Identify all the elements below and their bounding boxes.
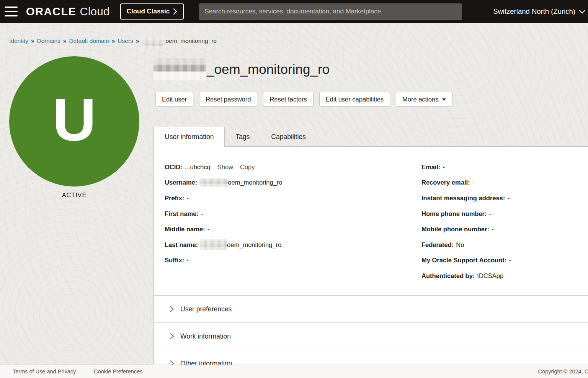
field-last-name: Last name: oem_monitoring_ro	[165, 237, 421, 253]
field-middle-name: Middle name: -	[165, 221, 421, 237]
fields-left-column: OCID: ...uhchcq Show Copy Username: oem_…	[165, 159, 421, 295]
field-instant-messaging: Instant messaging address: -	[421, 190, 588, 206]
field-prefix: Prefix: -	[165, 190, 421, 206]
top-navigation-bar: ORACLE Cloud Cloud Classic Switzerland N…	[0, 0, 588, 23]
reset-password-button[interactable]: Reset password	[199, 92, 257, 106]
field-authenticated-by: Authenticated by: IDCSApp	[421, 268, 588, 284]
breadcrumb-current-user: oem_monitoring_ro	[142, 38, 217, 44]
region-selector[interactable]: Switzerland North (Zurich)	[493, 7, 586, 16]
field-ocid: OCID: ...uhchcq Show Copy	[165, 159, 421, 175]
page-title: _oem_monitoring_ro	[154, 58, 330, 80]
user-information-panel: OCID: ...uhchcq Show Copy Username: oem_…	[154, 146, 588, 365]
section-other-information[interactable]: Other information	[154, 350, 588, 365]
brand-oracle: ORACLE	[26, 5, 76, 18]
copyright-text: Copyright © 2024, O	[538, 368, 588, 375]
chevron-right-icon	[169, 332, 175, 340]
cloud-classic-label: Cloud Classic	[127, 8, 170, 15]
region-label: Switzerland North (Zurich)	[493, 7, 575, 16]
action-buttons: Edit user Reset password Reset factors E…	[155, 92, 452, 106]
breadcrumb-domains[interactable]: Domains	[37, 38, 60, 44]
main-content: _oem_monitoring_ro Edit user Reset passw…	[154, 23, 588, 365]
page-footer: Terms of Use and Privacy Cookie Preferen…	[0, 365, 588, 378]
chevron-right-icon	[169, 360, 175, 365]
breadcrumb-default-domain[interactable]: Default domain	[69, 38, 109, 44]
field-suffix: Suffix: -	[165, 253, 421, 268]
tab-capabilities[interactable]: Capabilities	[260, 127, 316, 147]
field-home-phone: Home phone number: -	[421, 206, 588, 222]
breadcrumb-separator: »	[112, 38, 115, 44]
field-recovery-email: Recovery email: -	[421, 175, 588, 191]
more-actions-label: More actions	[402, 96, 438, 103]
status-badge: ACTIVE	[9, 191, 139, 199]
tab-tags[interactable]: Tags	[225, 127, 260, 147]
cloud-classic-button[interactable]: Cloud Classic	[120, 3, 184, 20]
breadcrumb-separator: »	[63, 38, 67, 44]
ocid-copy-link[interactable]: Copy	[240, 164, 255, 171]
field-email: Email: -	[421, 159, 588, 175]
fields-right-column: Email: - Recovery email: - Instant messa…	[421, 159, 588, 295]
chevron-right-icon	[173, 8, 177, 15]
menu-icon[interactable]	[5, 7, 18, 16]
search-input[interactable]	[199, 3, 462, 20]
avatar-initial: U	[52, 89, 96, 149]
reset-factors-button[interactable]: Reset factors	[263, 92, 313, 106]
field-mobile-phone: Mobile phone number: -	[421, 221, 588, 237]
breadcrumb-users[interactable]: Users	[118, 38, 133, 44]
edit-user-button[interactable]: Edit user	[155, 92, 193, 106]
breadcrumb-identity[interactable]: Identity	[9, 38, 28, 44]
field-username: Username: oem_monitoring_ro	[165, 175, 421, 191]
redacted-text	[200, 239, 227, 250]
field-my-oracle-support: My Oracle Support Account: -	[421, 253, 588, 268]
oracle-cloud-logo[interactable]: ORACLE Cloud	[26, 5, 110, 18]
tab-bar: User information Tags Capabilities	[154, 127, 317, 147]
redacted-text	[199, 178, 228, 187]
terms-of-use-link[interactable]: Terms of Use and Privacy	[13, 368, 76, 375]
user-information-fields: OCID: ...uhchcq Show Copy Username: oem_…	[154, 147, 588, 295]
more-actions-button[interactable]: More actions	[396, 92, 452, 106]
caret-down-icon	[442, 98, 446, 101]
user-avatar: U	[9, 56, 139, 187]
chevron-down-icon	[579, 10, 586, 14]
section-work-information[interactable]: Work information	[154, 322, 588, 350]
ocid-show-link[interactable]: Show	[217, 164, 233, 171]
brand-cloud: Cloud	[80, 5, 109, 18]
redacted-text	[154, 58, 206, 80]
chevron-right-icon	[169, 305, 175, 313]
tab-user-information[interactable]: User information	[154, 127, 225, 147]
field-first-name: First name: -	[165, 206, 421, 222]
field-federated: Federated: No	[421, 237, 588, 253]
breadcrumb: Identity»Domains»Default domain»Users»oe…	[9, 37, 217, 49]
breadcrumb-separator: »	[136, 38, 139, 44]
breadcrumb-separator: »	[31, 38, 34, 44]
cookie-preferences-link[interactable]: Cookie Preferences	[94, 368, 142, 375]
redacted-text	[142, 37, 165, 49]
ocid-value: ...uhchcq	[185, 164, 211, 171]
edit-user-capabilities-button[interactable]: Edit user capabilities	[319, 92, 390, 106]
page-body: Identity»Domains»Default domain»Users»oe…	[0, 23, 588, 365]
section-user-preferences[interactable]: User preferences	[154, 295, 588, 322]
